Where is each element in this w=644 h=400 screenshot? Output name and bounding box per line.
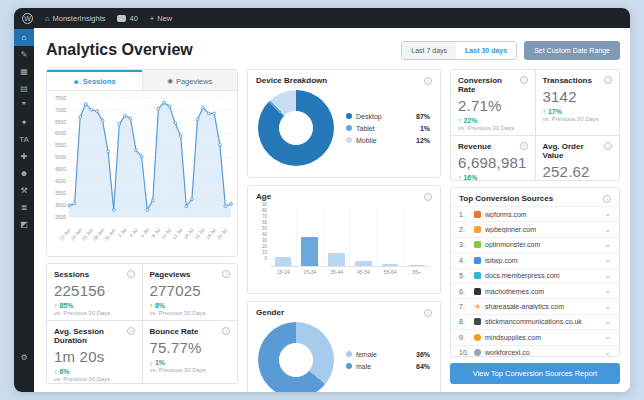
age-ytick: 40: [254, 232, 267, 237]
date-range-segmented: Last 7 days Last 30 days: [401, 41, 517, 60]
sidebar-item-users[interactable]: ☻: [14, 165, 34, 182]
sidebar-item-text-analytics[interactable]: TA: [14, 131, 34, 148]
favicon-optinmonster-com-icon: [474, 241, 481, 248]
legend-item-male: male64%: [346, 363, 430, 370]
chevron-down-icon[interactable]: ⌄: [604, 226, 611, 234]
settings-gear-icon: ⚙: [20, 354, 27, 362]
source-row-wpbeginner-com[interactable]: 2.wpbeginner.com⌄: [451, 221, 619, 236]
sidebar-item-dashboard[interactable]: ⌂: [14, 29, 34, 46]
sessions-chart-panel: ☻ Sessions ◉ Pageviews 25003000350040004…: [46, 69, 238, 257]
top-conversion-sources-title: Top Conversion Sources: [459, 194, 553, 203]
svg-text:10 Jul: 10 Jul: [160, 227, 172, 240]
source-row-stickmancommunications-co-uk[interactable]: 8.stickmancommunications.co.uk⌄: [451, 314, 619, 329]
stat-label: Pageviews: [150, 270, 191, 279]
svg-text:2500: 2500: [55, 214, 66, 220]
stat-delta: ↑ 22%: [458, 117, 528, 124]
sidebar-item-tools[interactable]: ⚒: [14, 182, 34, 199]
wordpress-logo-icon[interactable]: W: [22, 13, 33, 24]
set-custom-date-range-button[interactable]: Set Custom Date Range: [524, 41, 620, 60]
info-icon[interactable]: i: [520, 76, 528, 84]
gender-title: Gender: [256, 308, 284, 317]
age-ytick: 90: [254, 202, 267, 207]
info-icon[interactable]: i: [604, 142, 612, 150]
chevron-down-icon[interactable]: ⌄: [604, 210, 611, 218]
legend-label: Desktop: [356, 113, 382, 120]
chevron-down-icon[interactable]: ⌄: [604, 256, 611, 264]
legend-value: 87%: [416, 113, 430, 120]
info-icon[interactable]: i: [604, 76, 612, 84]
chevron-down-icon[interactable]: ⌄: [604, 318, 611, 326]
source-row-optinmonster-com[interactable]: 3.optinmonster.com⌄: [451, 237, 619, 252]
tools-icon: ⚒: [20, 187, 27, 195]
source-row-shareasale-analytics-com[interactable]: 7.★shareasale-analytics.com⌄: [451, 298, 619, 313]
appearance-icon: ✦: [21, 119, 28, 127]
tab-sessions[interactable]: ☻ Sessions: [47, 70, 142, 90]
sidebar-item-settings[interactable]: ≣: [14, 199, 34, 216]
legend-value: 12%: [416, 137, 430, 144]
sidebar-item-pages[interactable]: ▤: [14, 80, 34, 97]
favicon-isitwp-com-icon: [474, 257, 481, 264]
chevron-down-icon[interactable]: ⌄: [604, 333, 611, 341]
info-icon[interactable]: i: [127, 270, 135, 278]
admin-bar-comments[interactable]: 40: [113, 8, 141, 28]
source-row-mindsupplies-com[interactable]: 9.mindsupplies.com⌄: [451, 329, 619, 344]
source-row-workforcexl-co[interactable]: 10.workforcexl.co⌄: [451, 345, 619, 356]
favicon-machothemes-com-icon: [474, 288, 481, 295]
info-icon[interactable]: i: [603, 195, 611, 203]
chevron-down-icon[interactable]: ⌄: [604, 241, 611, 249]
source-domain: isitwp.com: [485, 257, 518, 264]
chevron-down-icon[interactable]: ⌄: [604, 272, 611, 280]
chevron-down-icon[interactable]: ⌄: [604, 303, 611, 311]
sidebar-item-media[interactable]: ▦: [14, 63, 34, 80]
stat-card-transactions: Transactionsi3142↑ 17%vs. Previous 30 Da…: [536, 70, 620, 135]
source-row-docs-memberpress-com[interactable]: 5.docs.memberpress.com⌄: [451, 268, 619, 283]
column-ecommerce: Conversion Ratei2.71%↑ 22%vs. Previous 3…: [450, 69, 620, 384]
tab-pageviews-label: Pageviews: [176, 77, 212, 86]
stat-value: 3142: [543, 88, 613, 105]
source-row-machothemes-com[interactable]: 6.machothemes.com⌄: [451, 283, 619, 298]
settings-icon: ≣: [21, 204, 28, 212]
age-xtick: 25-34: [297, 269, 324, 275]
stat-label: Avg. Order Value: [543, 142, 605, 160]
source-domain: shareasale-analytics.com: [485, 303, 564, 310]
source-row-isitwp-com[interactable]: 4.isitwp.com⌄: [451, 252, 619, 267]
last-30-days-button[interactable]: Last 30 days: [456, 42, 516, 59]
svg-text:5000: 5000: [55, 154, 66, 160]
source-row-wpforms-com[interactable]: 1.wpforms.com⌄: [451, 206, 619, 221]
info-icon[interactable]: i: [520, 142, 528, 150]
chevron-down-icon[interactable]: ⌄: [604, 287, 611, 295]
sidebar-item-posts[interactable]: ✎: [14, 46, 34, 63]
info-icon[interactable]: i: [424, 309, 432, 317]
info-icon[interactable]: i: [424, 77, 432, 85]
last-7-days-button[interactable]: Last 7 days: [402, 42, 456, 59]
chart-tabs: ☻ Sessions ◉ Pageviews: [47, 70, 237, 91]
favicon-wpbeginner-com-icon: [474, 226, 481, 233]
age-bar-45-54: [355, 261, 372, 266]
sidebar-item-insights[interactable]: ◩: [14, 216, 34, 233]
admin-bar-new[interactable]: + New: [146, 8, 176, 28]
admin-bar-site[interactable]: ⌂ MonsterInsights: [41, 8, 109, 28]
age-xtick: 35-44: [323, 269, 350, 275]
age-plot-area: [270, 207, 430, 267]
sources-list: 1.wpforms.com⌄2.wpbeginner.com⌄3.optinmo…: [451, 206, 619, 356]
stat-label: Conversion Rate: [458, 76, 520, 94]
sidebar-item-plugins[interactable]: ✚: [14, 148, 34, 165]
sidebar-item-appearance[interactable]: ✦: [14, 114, 34, 131]
info-icon[interactable]: i: [424, 193, 432, 201]
sidebar-item-comments[interactable]: ❞: [14, 97, 34, 114]
tab-pageviews[interactable]: ◉ Pageviews: [142, 70, 238, 90]
info-icon[interactable]: i: [127, 327, 135, 335]
info-icon[interactable]: i: [222, 270, 230, 278]
age-ytick: 10: [254, 250, 267, 255]
sidebar-item-settings-gear[interactable]: ⚙: [14, 349, 34, 366]
stat-label: Sessions: [54, 270, 89, 279]
device-breakdown-panel: Device Breakdown i Desktop87%Tablet1%Mob…: [247, 69, 441, 178]
chevron-down-icon[interactable]: ⌄: [604, 349, 611, 356]
info-icon[interactable]: i: [222, 327, 230, 335]
view-top-conversion-sources-report-button[interactable]: View Top Conversion Sources Report: [450, 363, 620, 384]
age-bar-slot: [324, 207, 351, 266]
stat-compare: vs. Previous 30 Days: [150, 310, 231, 316]
stat-value: 277025: [150, 282, 231, 299]
person-icon: ☻: [73, 78, 80, 85]
age-ytick: 70: [254, 214, 267, 219]
